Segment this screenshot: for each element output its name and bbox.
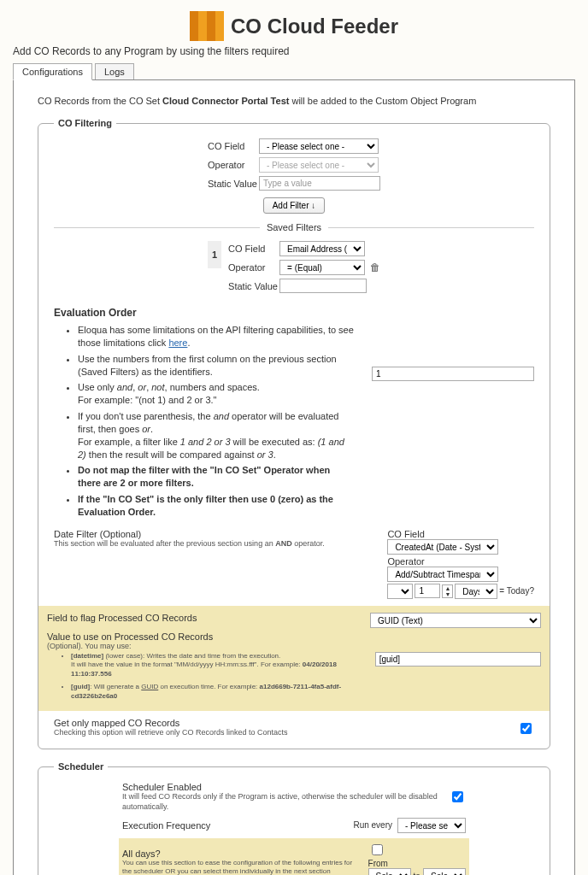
co-field-select[interactable]: - Please select one - [259, 138, 379, 154]
co-filtering-legend: CO Filtering [54, 118, 116, 128]
filter-index: 1 [208, 241, 221, 268]
intro-text: CO Records from the CO Set Cloud Connect… [38, 96, 550, 106]
flag-field-select[interactable]: GUID (Text) [370, 613, 541, 628]
limitations-link[interactable]: here [168, 338, 187, 348]
timespan-value-input[interactable] [415, 584, 440, 598]
scheduler-fieldset: Scheduler Scheduler Enabled It will feed… [38, 761, 550, 875]
co-filtering-fieldset: CO Filtering CO Field - Please select on… [38, 118, 550, 749]
operator-select[interactable]: - Please select one - [259, 157, 379, 173]
all-days-checkbox[interactable] [372, 844, 383, 855]
exec-freq-label: Execution Frequency [122, 820, 348, 831]
date-field-select[interactable]: CreatedAt (Date - System) [387, 539, 498, 555]
date-op-select[interactable]: Add/Subtract Timespan [387, 567, 498, 582]
subtitle: Add CO Records to any Program by using t… [13, 45, 575, 57]
to-select[interactable]: Select [423, 868, 466, 875]
timespan-spinner[interactable]: ▲▼ [442, 584, 453, 598]
run-every-select[interactable]: - Please select One - [397, 818, 466, 833]
eval-order-title: Evaluation Order [54, 307, 534, 319]
add-filter-button[interactable]: Add Filter ↓ [263, 197, 326, 214]
flag-value-title: Value to use on Processed CO Records [47, 631, 541, 642]
tab-logs[interactable]: Logs [95, 63, 134, 79]
plus-minus-select[interactable]: + [387, 584, 413, 599]
eval-rules-list: Eloqua has some limitations on the API f… [54, 324, 355, 519]
delete-filter-icon[interactable]: 🗑 [370, 261, 380, 273]
date-filter-title: Date Filter (Optional) [54, 529, 325, 539]
all-days-title: All days? [122, 849, 363, 859]
page-title: CO Cloud Feeder [231, 15, 398, 38]
flag-field-title: Field to flag Processed CO Records [47, 613, 197, 628]
logo [190, 11, 224, 41]
saved-field-select[interactable]: Email Address (Text) [279, 241, 365, 256]
flag-value-input[interactable] [375, 652, 541, 667]
static-value-input[interactable] [259, 176, 380, 191]
static-label: Static Value [208, 179, 259, 189]
saved-value-input[interactable] [279, 279, 367, 293]
mapped-checkbox[interactable] [520, 723, 532, 734]
saved-op-select[interactable]: = (Equal) [279, 260, 365, 275]
sched-enabled-title: Scheduler Enabled [122, 782, 444, 792]
from-select[interactable]: Select [368, 868, 411, 875]
operator-label: Operator [208, 160, 259, 170]
co-field-label: CO Field [208, 141, 259, 151]
sched-enabled-checkbox[interactable] [452, 791, 463, 802]
eval-order-input[interactable] [372, 367, 534, 381]
timespan-unit-select[interactable]: Days [455, 584, 497, 599]
scheduler-legend: Scheduler [54, 761, 108, 772]
tab-configurations[interactable]: Configurations [13, 63, 92, 80]
saved-filters-header: Saved Filters [260, 222, 328, 232]
mapped-title: Get only mapped CO Records [54, 718, 288, 728]
